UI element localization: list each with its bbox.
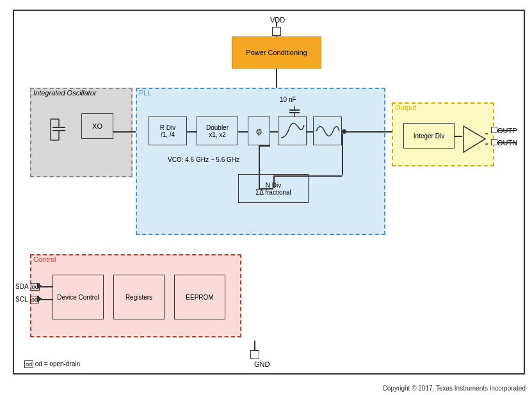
- registers-label: Registers: [125, 294, 152, 301]
- scl-arrow: [37, 296, 42, 302]
- gnd-vertical-line: [254, 341, 255, 350]
- sda-arrow: [37, 283, 42, 289]
- vdd-label: VDD: [270, 16, 285, 24]
- xo-block: XO: [81, 113, 113, 139]
- vco-to-ndiv-horizontal-line: [273, 175, 342, 177]
- ndiv-line2: ΣΔ fractional: [255, 189, 291, 196]
- outp-line: [497, 130, 517, 131]
- vdd-connector-square: [272, 27, 281, 36]
- legend-text: od = open-drain: [35, 360, 80, 367]
- vco-to-ndiv-vertical-line: [342, 134, 343, 175]
- devctrl-label: Device Control: [57, 294, 99, 301]
- phi-to-filter-line: [270, 131, 278, 133]
- power-to-pll-line: [276, 69, 277, 89]
- intdiv-block: Integer Div: [403, 123, 455, 149]
- legend-od-badge: od: [24, 360, 33, 368]
- rdiv-block: R Div /1, /4: [149, 117, 187, 145]
- doubler-to-phi-line: [238, 131, 248, 133]
- doubler-block: Doubler x1, x2: [197, 117, 238, 145]
- intdiv-to-triangle-line: [455, 136, 462, 137]
- rdiv-to-doubler-line: [187, 131, 197, 133]
- gnd-connector-square: [250, 350, 259, 359]
- oscillator-cap-symbol: [49, 118, 69, 145]
- svg-marker-11: [463, 126, 485, 152]
- eeprom-label: EEPROM: [186, 294, 213, 301]
- osc-label: Integrated Oscillator: [33, 89, 96, 97]
- phi-top-connection: [259, 145, 270, 147]
- doubler-line2: x1, x2: [209, 131, 226, 138]
- phi-block: φ: [248, 117, 270, 145]
- outn-connector: [491, 139, 497, 145]
- cap-label: 10 nF: [280, 96, 296, 103]
- control-label: Control: [33, 255, 56, 263]
- output-label: Output: [395, 104, 416, 111]
- triangle-symbol: [462, 125, 488, 156]
- phi-feedback-line: [259, 145, 260, 188]
- eeprom-block: EEPROM: [174, 275, 225, 319]
- sda-label: SDA od: [15, 283, 40, 291]
- vco-block: [313, 117, 342, 145]
- vco-range-text: VCO: 4.6 GHz ~ 5.6 GHz: [168, 156, 239, 163]
- power-conditioning-block: Power Conditioning: [232, 36, 321, 69]
- xo-label: XO: [92, 122, 102, 130]
- filter-to-vco-line: [307, 131, 313, 133]
- scl-label: SCL od: [15, 296, 39, 303]
- rdiv-line1: R Div: [160, 124, 175, 131]
- rdiv-line2: /1, /4: [161, 131, 175, 138]
- registers-block: Registers: [113, 275, 165, 319]
- ndiv-to-phi-connect-line: [259, 188, 273, 189]
- device-control-block: Device Control: [52, 275, 104, 319]
- outp-connector: [491, 127, 497, 133]
- doubler-line1: Doubler: [206, 124, 229, 131]
- outn-line: [497, 142, 517, 143]
- diagram-container: VDD Power Conditioning Integrated Oscill…: [13, 10, 525, 375]
- vco-to-intdiv-line: [343, 131, 392, 133]
- power-conditioning-label: Power Conditioning: [246, 49, 307, 56]
- phi-symbol: φ: [256, 126, 262, 136]
- legend: od od = open-drain: [24, 360, 80, 368]
- filter-block: [278, 117, 307, 145]
- ndiv-to-phi-vertical-line: [273, 175, 275, 188]
- gnd-label: GND: [254, 360, 270, 368]
- intdiv-label: Integer Div: [414, 133, 444, 140]
- pll-label: PLL: [139, 89, 152, 97]
- copyright-text: Copyright © 2017, Texas Instruments Inco…: [383, 385, 526, 392]
